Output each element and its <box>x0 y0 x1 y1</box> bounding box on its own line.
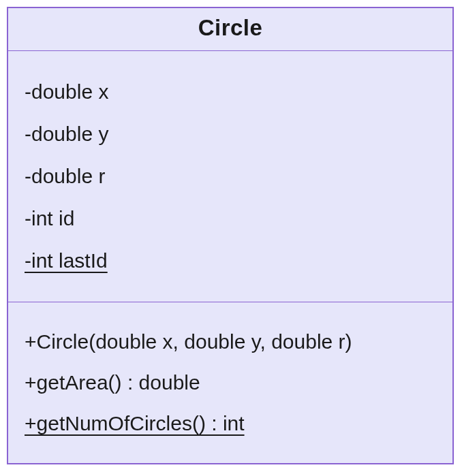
class-name: Circle <box>8 8 452 51</box>
attribute-row: -double x <box>25 80 436 104</box>
attribute-row-static: -int lastId <box>25 249 436 273</box>
diagram-canvas: Circle -double x -double y -double r -in… <box>0 0 462 471</box>
methods-compartment: +Circle(double x, double y, double r) +g… <box>8 302 452 463</box>
attribute-row: -int id <box>25 206 436 231</box>
attribute-row: -double r <box>25 164 436 189</box>
attribute-row: -double y <box>25 122 436 146</box>
attributes-compartment: -double x -double y -double r -int id -i… <box>8 51 452 302</box>
method-row: +Circle(double x, double y, double r) <box>25 330 436 354</box>
method-row: +getArea() : double <box>25 370 436 395</box>
uml-class-box: Circle -double x -double y -double r -in… <box>7 7 454 464</box>
method-row-static: +getNumOfCircles() : int <box>25 411 436 436</box>
